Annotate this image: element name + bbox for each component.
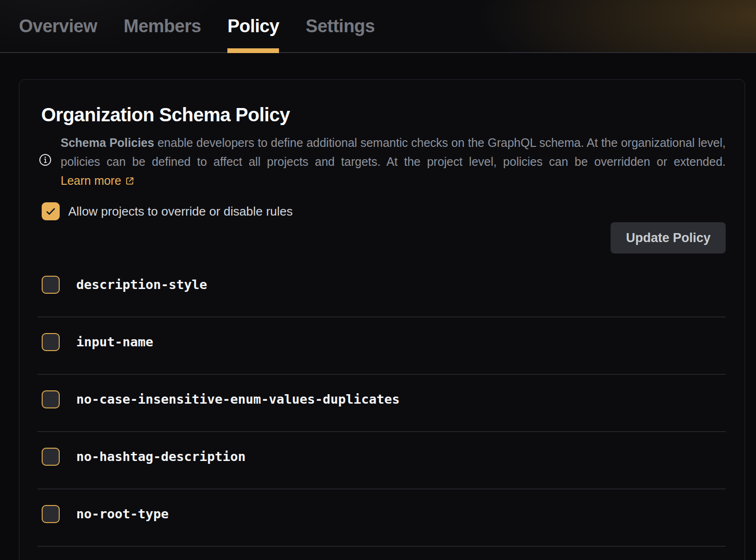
allow-override-row: Allow projects to override or disable ru… xyxy=(42,202,726,220)
tab-settings[interactable]: Settings xyxy=(306,0,375,52)
page-title: Organization Schema Policy xyxy=(41,104,726,126)
tab-bar: Overview Members Policy Settings xyxy=(0,0,756,52)
external-link-icon xyxy=(125,176,135,186)
allow-override-label: Allow projects to override or disable ru… xyxy=(68,204,293,219)
allow-override-checkbox[interactable] xyxy=(42,202,60,220)
policy-description-text: Schema Policies enable developers to def… xyxy=(61,133,726,190)
rule-checkbox-input-name[interactable] xyxy=(42,333,60,351)
description-lead: Schema Policies xyxy=(61,136,154,149)
check-icon xyxy=(45,205,57,217)
main-content: Organization Schema Policy Schema Polici… xyxy=(0,53,756,560)
rule-name: input-name xyxy=(76,334,153,349)
active-tab-underline xyxy=(227,48,279,53)
rules-list: description-style input-name no-case-ins… xyxy=(37,260,726,547)
page-header: Overview Members Policy Settings xyxy=(0,0,756,53)
tab-overview-label: Overview xyxy=(19,16,97,36)
learn-more-link[interactable]: Learn more xyxy=(61,174,135,187)
schema-policy-card: Organization Schema Policy Schema Polici… xyxy=(19,79,745,560)
rule-row-no-root-type: no-root-type xyxy=(37,489,726,547)
rule-row-input-name: input-name xyxy=(37,317,726,375)
tab-policy-label: Policy xyxy=(227,16,279,36)
rule-row-description-style: description-style xyxy=(37,260,726,317)
tab-policy[interactable]: Policy xyxy=(227,0,279,52)
rule-checkbox-no-root-type[interactable] xyxy=(42,505,60,523)
tab-members-label: Members xyxy=(124,16,201,36)
learn-more-label: Learn more xyxy=(61,174,121,187)
info-circle-icon xyxy=(39,154,52,166)
tab-overview[interactable]: Overview xyxy=(19,0,97,52)
tab-members[interactable]: Members xyxy=(124,0,201,52)
update-policy-button[interactable]: Update Policy xyxy=(611,222,726,253)
description-body: enable developers to define additional s… xyxy=(61,136,726,168)
rule-checkbox-no-hashtag-description[interactable] xyxy=(42,448,60,466)
policy-description: Schema Policies enable developers to def… xyxy=(37,133,726,190)
rule-checkbox-no-case-insensitive-enum-values-duplicates[interactable] xyxy=(42,390,60,408)
rule-name: no-root-type xyxy=(76,506,169,521)
actions-row: Update Policy xyxy=(37,222,726,253)
rule-row-no-hashtag-description: no-hashtag-description xyxy=(37,432,726,489)
rule-name: no-hashtag-description xyxy=(76,449,246,464)
rule-name: no-case-insensitive-enum-values-duplicat… xyxy=(76,392,400,406)
tab-settings-label: Settings xyxy=(306,16,375,36)
rule-checkbox-description-style[interactable] xyxy=(42,276,60,294)
rule-name: description-style xyxy=(76,277,207,292)
rule-row-no-case-insensitive-enum-values-duplicates: no-case-insensitive-enum-values-duplicat… xyxy=(37,375,726,432)
